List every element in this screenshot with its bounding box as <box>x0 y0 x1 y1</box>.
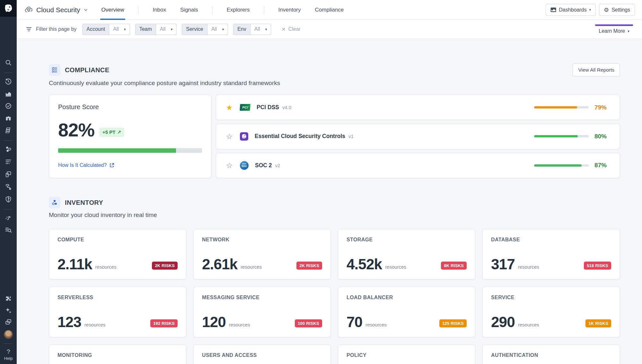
inventory-card-database[interactable]: DATABASE 317 resources 518 RISKS <box>482 229 620 280</box>
inventory-card-title: LOAD BALANCER <box>347 295 467 300</box>
framework-row-soc-2[interactable]: ☆ AICPA SOC SOC 2 v2 87% <box>216 153 620 178</box>
main-content: COMPLIANCE View All Reports Continuously… <box>17 39 642 364</box>
inventory-card-network[interactable]: NETWORK 2.61k resources 2K RISKS <box>193 229 331 280</box>
help-label[interactable]: Help <box>4 356 13 361</box>
framework-row-essential-cloud-security-controls[interactable]: ☆ Essential Cloud Security Controls v1 8… <box>216 124 620 149</box>
datadog-logo[interactable] <box>0 0 17 17</box>
tab-inbox[interactable]: Inbox <box>153 0 166 20</box>
clear-label: Clear <box>288 26 301 32</box>
inventory-card-service[interactable]: SERVICE 290 resources 1K RISKS <box>482 287 620 337</box>
inventory-card-compute[interactable]: COMPUTE 2.11k resources 2K RISKS <box>49 229 186 280</box>
pci-dss-logo: PCI ✓ <box>240 104 250 111</box>
sparkles-icon[interactable] <box>5 307 12 314</box>
dashboards-button[interactable]: Dashboards ▾ <box>546 4 596 16</box>
inventory-card-load-balancer[interactable]: LOAD BALANCER 70 resources 125 RISKS <box>338 287 475 337</box>
filter-service-value: All <box>207 24 222 35</box>
inventory-hexagons-icon <box>49 197 60 208</box>
learn-more-button[interactable]: Learn More ▾ <box>595 24 633 34</box>
watchdog-icon[interactable] <box>5 115 12 122</box>
inventory-card-title: STORAGE <box>347 237 467 243</box>
framework-row-pci-dss[interactable]: ★ PCI ✓ PCI DSS v4.0 79% <box>216 95 620 120</box>
audit-trail-icon[interactable] <box>5 226 12 233</box>
star-outline-icon[interactable]: ☆ <box>225 132 233 141</box>
cloud-security-icon <box>24 5 33 14</box>
inventory-card-title: MESSAGING SERVICE <box>202 295 322 300</box>
resource-count: 123 <box>57 315 81 329</box>
inventory-card-messaging-service[interactable]: MESSAGING SERVICE 120 resources 100 RISK… <box>193 287 331 337</box>
inventory-card-monitoring[interactable]: MONITORING <box>49 344 186 364</box>
caret-down-icon: ▾ <box>265 24 271 35</box>
metrics-icon[interactable] <box>5 127 12 134</box>
logs-icon[interactable] <box>5 158 12 165</box>
filter-team-value: All <box>156 24 170 35</box>
posture-progress-fill <box>58 148 176 153</box>
tab-inventory[interactable]: Inventory <box>278 0 301 20</box>
filter-account[interactable]: Account All ▾ <box>82 24 130 35</box>
framework-progress-track <box>534 135 589 137</box>
learn-more-label: Learn More <box>599 28 625 34</box>
posture-delta-value: +5 PT <box>102 129 115 135</box>
gear-icon: ⚙ <box>604 6 609 13</box>
rum-icon[interactable] <box>5 171 12 178</box>
risk-badge: 125 RISKS <box>439 319 467 327</box>
external-link-icon <box>109 163 114 168</box>
resources-label: resources <box>518 264 539 270</box>
tab-signals[interactable]: Signals <box>180 0 198 20</box>
workspaces-icon[interactable] <box>5 318 12 325</box>
inventory-card-title: POLICY <box>347 352 467 358</box>
star-outline-icon[interactable]: ☆ <box>225 161 233 169</box>
performance-gauge-icon[interactable] <box>5 214 12 221</box>
sidebar-divider <box>4 140 13 141</box>
compliance-section-header: COMPLIANCE View All Reports <box>49 64 620 76</box>
clear-filters-button[interactable]: ✕ Clear <box>281 26 301 32</box>
tab-compliance[interactable]: Compliance <box>315 0 344 20</box>
caret-down-icon: ▾ <box>222 24 228 35</box>
filter-account-value: All <box>109 24 123 35</box>
tab-overview[interactable]: Overview <box>101 0 124 20</box>
star-filled-icon[interactable]: ★ <box>225 103 233 112</box>
dashboards-label: Dashboards <box>559 7 586 13</box>
search-icon[interactable] <box>5 59 12 66</box>
settings-button[interactable]: ⚙ Settings <box>599 4 635 16</box>
app-switcher[interactable]: Cloud Security <box>24 5 88 14</box>
inventory-card-storage[interactable]: STORAGE 4.52k resources 8K RISKS <box>338 229 475 280</box>
inventory-card-serverless[interactable]: SERVERLESS 123 resources 192 RISKS <box>49 287 186 337</box>
help-icon[interactable]: ? <box>7 348 10 355</box>
datadog-framework-logo <box>240 132 248 141</box>
dashboards-icon[interactable] <box>5 90 12 97</box>
filter-service[interactable]: Service All ▾ <box>182 24 228 35</box>
recent-history-icon[interactable] <box>5 78 12 85</box>
service-map-icon[interactable] <box>5 183 12 190</box>
filter-bar: Filter this page by Account All ▾ Team A… <box>17 20 642 39</box>
how-is-it-calculated-link[interactable]: How Is It Calculated? <box>58 162 202 168</box>
soc-2-logo: AICPA SOC <box>240 161 249 170</box>
sidebar-divider <box>4 343 13 344</box>
user-avatar[interactable] <box>4 330 13 339</box>
security-shield-icon[interactable] <box>5 196 12 203</box>
view-all-reports-button[interactable]: View All Reports <box>573 64 620 76</box>
inventory-card-authentication[interactable]: AUTHENTICATION <box>482 344 620 364</box>
posture-score-card: Posture Score 82% +5 PT ↗ How Is It Calc… <box>49 95 211 178</box>
filter-env[interactable]: Env All ▾ <box>233 24 271 35</box>
framework-version: v1 <box>348 134 354 139</box>
filter-env-value: All <box>251 24 265 35</box>
resources-label: resources <box>385 264 406 270</box>
framework-progress-track <box>534 164 589 167</box>
apm-icon[interactable] <box>5 146 12 153</box>
inventory-card-policy[interactable]: POLICY <box>338 344 475 364</box>
resource-count: 2.61k <box>202 257 237 272</box>
integrations-puzzle-icon[interactable] <box>5 295 12 302</box>
resources-label: resources <box>84 322 106 327</box>
caret-down-icon: ▾ <box>170 24 177 35</box>
resources-label: resources <box>365 322 387 327</box>
framework-version: v4.0 <box>282 105 291 110</box>
resource-count: 317 <box>491 257 515 272</box>
filter-team[interactable]: Team All ▾ <box>135 24 177 35</box>
inventory-card-users-and-access[interactable]: USERS AND ACCESS <box>193 344 331 364</box>
monitors-icon[interactable] <box>5 102 12 109</box>
framework-name: SOC 2 <box>255 162 272 169</box>
compliance-title: COMPLIANCE <box>65 66 109 74</box>
tab-explorers[interactable]: Explorers <box>227 0 250 20</box>
inventory-section-header: INVENTORY <box>49 197 620 208</box>
caret-down-icon: ▾ <box>589 8 591 12</box>
